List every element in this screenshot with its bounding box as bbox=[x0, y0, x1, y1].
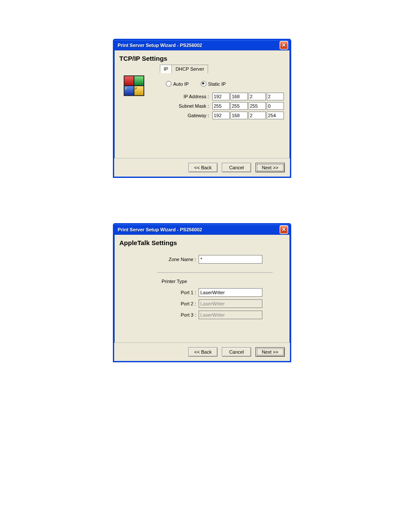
page-title: TCP/IP Settings bbox=[119, 55, 286, 62]
subnet-octet-3[interactable] bbox=[249, 102, 266, 110]
wizard-window-appletalk: Print Server Setup Wizard - PS256002 ✕ A… bbox=[113, 223, 291, 362]
gateway-octet-4[interactable] bbox=[267, 112, 284, 119]
next-button[interactable]: Next >> bbox=[255, 347, 285, 357]
page-title: AppleTalk Settings bbox=[119, 239, 286, 246]
divider bbox=[157, 272, 273, 273]
subnet-mask-label: Subnet Mask : bbox=[177, 103, 212, 109]
ip-octet-4[interactable] bbox=[267, 93, 284, 100]
back-button[interactable]: << Back bbox=[188, 163, 218, 172]
gateway-octet-2[interactable] bbox=[230, 112, 248, 119]
tab-ip[interactable]: IP bbox=[160, 65, 172, 73]
port3-label: Port 3 : bbox=[162, 312, 199, 317]
port1-label: Port 1 : bbox=[162, 290, 199, 295]
window-title: Print Server Setup Wizard - PS256002 bbox=[118, 227, 202, 232]
zone-name-label: Zone Name : bbox=[162, 257, 199, 262]
close-icon[interactable]: ✕ bbox=[280, 41, 288, 50]
close-icon[interactable]: ✕ bbox=[280, 225, 288, 234]
cancel-button[interactable]: Cancel bbox=[222, 163, 251, 172]
printer-type-label: Printer Type bbox=[162, 279, 286, 284]
ip-octet-3[interactable] bbox=[249, 93, 266, 100]
port1-input[interactable] bbox=[199, 288, 262, 297]
next-button[interactable]: Next >> bbox=[255, 163, 285, 172]
gateway-octet-1[interactable] bbox=[212, 112, 230, 119]
gateway-label: Gateway : bbox=[177, 113, 212, 118]
port2-label: Port 2 : bbox=[162, 301, 199, 306]
tab-dhcp-server[interactable]: DHCP Server bbox=[171, 65, 208, 73]
gateway-octet-3[interactable] bbox=[249, 112, 266, 119]
window-title: Print Server Setup Wizard - PS256002 bbox=[118, 43, 202, 48]
titlebar[interactable]: Print Server Setup Wizard - PS256002 ✕ bbox=[114, 40, 290, 50]
radio-static-ip[interactable]: Static IP bbox=[201, 81, 226, 87]
subnet-octet-2[interactable] bbox=[230, 102, 248, 110]
subnet-octet-1[interactable] bbox=[212, 102, 230, 110]
ip-octet-1[interactable] bbox=[212, 93, 230, 100]
port2-input bbox=[199, 299, 262, 308]
port3-input bbox=[199, 311, 262, 319]
subnet-octet-4[interactable] bbox=[267, 102, 284, 110]
titlebar[interactable]: Print Server Setup Wizard - PS256002 ✕ bbox=[114, 224, 290, 235]
ip-address-label: IP Address : bbox=[177, 94, 212, 99]
radio-static-ip-label: Static IP bbox=[208, 81, 226, 87]
back-button[interactable]: << Back bbox=[188, 347, 218, 357]
ip-octet-2[interactable] bbox=[230, 93, 248, 100]
wizard-window-tcpip: Print Server Setup Wizard - PS256002 ✕ T… bbox=[113, 39, 291, 178]
zone-name-input[interactable] bbox=[199, 255, 262, 264]
radio-auto-ip-label: Auto IP bbox=[173, 81, 189, 87]
radio-auto-ip[interactable]: Auto IP bbox=[166, 81, 189, 87]
tcpip-logo-icon: 7 P bbox=[124, 75, 144, 96]
cancel-button[interactable]: Cancel bbox=[222, 347, 251, 357]
